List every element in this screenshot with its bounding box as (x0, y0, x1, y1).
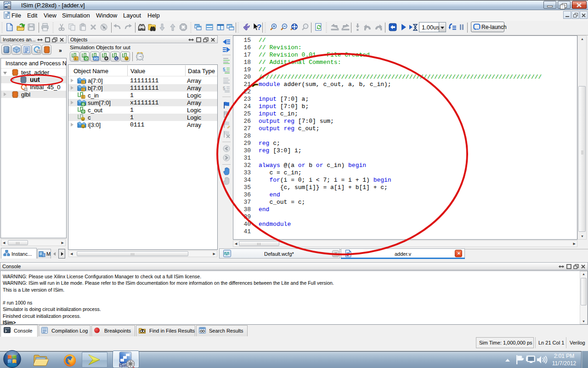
svg-text:U: U (82, 118, 84, 121)
svg-text:U: U (125, 57, 128, 61)
svg-text:O: O (85, 57, 88, 61)
svg-text:U: U (82, 125, 85, 128)
svg-text:O: O (82, 110, 85, 113)
svg-text:C: C (115, 57, 118, 61)
svg-text:I: I (83, 80, 84, 84)
svg-text:O: O (82, 103, 85, 106)
svg-text:I/O: I/O (94, 57, 98, 60)
svg-text:I: I (83, 88, 84, 91)
svg-text:I: I (75, 57, 76, 61)
svg-text:I: I (83, 95, 84, 98)
